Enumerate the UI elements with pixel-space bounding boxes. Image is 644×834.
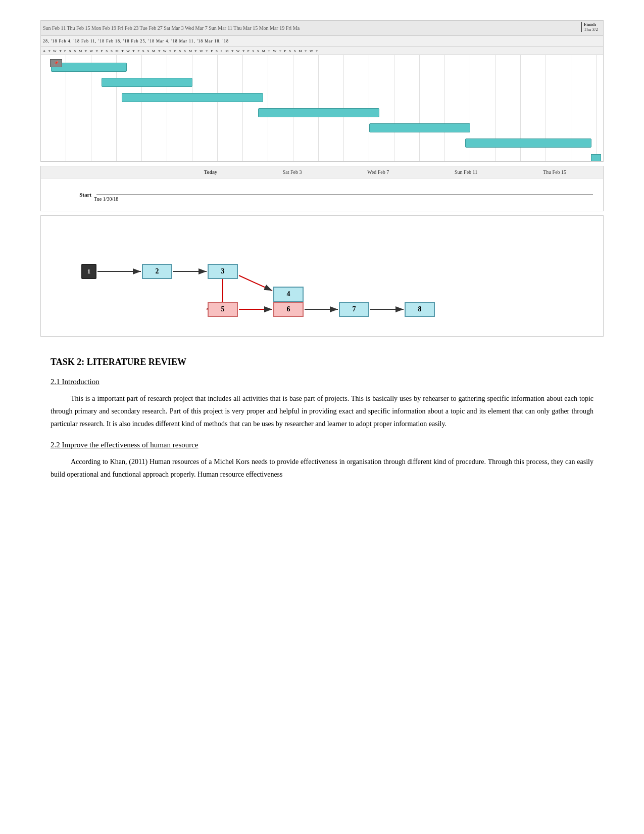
date-wed: Wed Feb 7 (367, 169, 389, 175)
document-content: TASK 2: LITERATURE REVIEW 2.1 Introducti… (40, 357, 604, 481)
network-node-5: 5 (208, 302, 238, 317)
svg-line-3 (239, 275, 272, 291)
section-1-paragraph: This is a important part of research pro… (51, 392, 593, 431)
node-8-label: 8 (418, 305, 422, 313)
network-node-1: 1 (81, 264, 96, 279)
gantt-marker: 📌 (50, 59, 62, 67)
gantt-bar-4 (258, 108, 379, 117)
node-4-label: 4 (287, 290, 290, 298)
network-node-6: 6 (273, 302, 304, 317)
date-sat: Sat Feb 3 (283, 169, 302, 175)
gantt-icon-br (591, 154, 601, 162)
node-3-label: 3 (221, 267, 225, 275)
gantt-top-dates: Sun Feb 11 Thu Feb 15 Mon Feb 19 Fri Feb… (43, 25, 300, 31)
timeline-body: Start Tue 1/30/18 (41, 178, 603, 211)
node-6-label: 6 (287, 305, 290, 313)
gantt-chart: Sun Feb 11 Thu Feb 15 Mon Feb 19 Fri Feb… (40, 20, 604, 162)
finish-label: Finish Thu 3/2 (581, 22, 598, 32)
date-thu: Thu Feb 15 (543, 169, 566, 175)
section-1-heading: 2.1 Introduction (51, 378, 593, 386)
network-node-3: 3 (208, 264, 238, 279)
network-arrows (41, 216, 603, 336)
start-date: Tue 1/30/18 (94, 196, 118, 202)
date-sun: Sun Feb 11 (455, 169, 477, 175)
node-1-label: 1 (87, 267, 91, 275)
network-node-2: 2 (142, 264, 172, 279)
network-node-8: 8 (405, 302, 435, 317)
network-diagram: 1 2 3 4 5 6 7 8 (40, 215, 604, 337)
network-node-7: 7 (339, 302, 369, 317)
network-node-4: 4 (273, 287, 304, 302)
gantt-bar-1 (51, 63, 127, 72)
gantt-bar-6 (465, 138, 591, 148)
timeline-section: Today Sat Feb 3 Wed Feb 7 Sun Feb 11 Thu… (40, 166, 604, 211)
timeline-header: Today Sat Feb 3 Wed Feb 7 Sun Feb 11 Thu… (41, 166, 603, 178)
today-label: Today (204, 169, 217, 175)
gantt-top-header: Sun Feb 11 Thu Feb 15 Mon Feb 19 Fri Feb… (41, 21, 603, 36)
gantt-body: 📌 (41, 55, 603, 162)
section-2-paragraph: According to Khan, (2011) Human resource… (51, 455, 593, 481)
node-2-label: 2 (156, 267, 159, 275)
gantt-bar-5 (369, 123, 470, 132)
gantt-date-row: 28, '18 Feb 4, '18 Feb 11, '18 Feb 18, '… (41, 36, 603, 47)
node-5-label: 5 (221, 305, 225, 313)
start-label: Start (51, 192, 91, 198)
node-7-label: 7 (353, 305, 356, 313)
section-2-heading: 2.2 Improve the effectiveness of human r… (51, 441, 593, 449)
gantt-date-detail: A T W T F S S M T W T F S S M T W T F S … (41, 47, 603, 55)
document-title: TASK 2: LITERATURE REVIEW (51, 357, 593, 367)
gantt-bar-2 (102, 78, 192, 87)
gantt-bar-3 (122, 93, 263, 102)
